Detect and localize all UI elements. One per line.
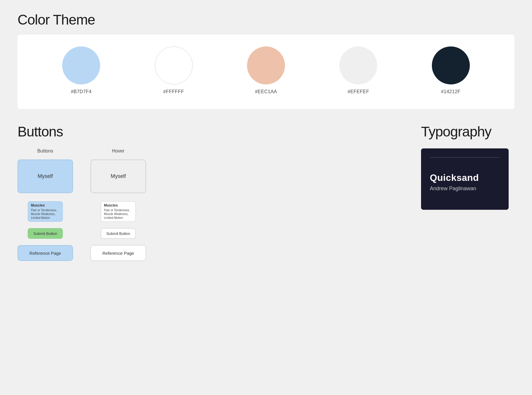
muscles-button-normal[interactable]: Muscles Pain or Tenderness, Muscle Weakn… <box>28 201 63 222</box>
normal-column: Buttons Myself Muscles Pain or Tendernes… <box>18 148 73 261</box>
color-swatch-1: #B7D7F4 <box>62 46 100 94</box>
color-circle-2 <box>155 46 193 84</box>
color-label-5: #14212F <box>441 89 460 94</box>
myself-button-normal[interactable]: Myself <box>18 160 73 193</box>
reference-button-hover[interactable]: Reference Page <box>91 245 146 261</box>
color-label-3: #EEC1AA <box>255 89 277 94</box>
typography-author: Andrew Paglinawan <box>430 186 500 192</box>
typography-section: Typography Quicksand Andrew Paglinawan <box>404 124 514 261</box>
color-label-1: #B7D7F4 <box>71 89 92 94</box>
color-swatch-4: #EFEFEF <box>339 46 377 94</box>
color-label-4: #EFEFEF <box>347 89 369 94</box>
typography-font-name: Quicksand <box>430 172 500 183</box>
bottom-row: Buttons Buttons Myself Muscles Pain or T… <box>18 124 514 261</box>
normal-column-label: Buttons <box>37 148 53 154</box>
myself-button-hover[interactable]: Myself <box>91 160 146 193</box>
color-circle-5 <box>432 46 470 84</box>
color-circle-3 <box>247 46 285 84</box>
color-label-2: #FFFFFF <box>163 89 184 94</box>
submit-button-hover[interactable]: Submit Button <box>101 228 136 239</box>
color-theme-title: Color Theme <box>18 12 514 28</box>
muscles-title-normal: Muscles <box>31 203 60 207</box>
buttons-title: Buttons <box>18 124 404 140</box>
submit-button-normal[interactable]: Submit Button <box>28 228 63 239</box>
hover-column: Hover Myself Muscles Pain or Tenderness,… <box>91 148 146 261</box>
color-circle-1 <box>62 46 100 84</box>
color-swatch-2: #FFFFFF <box>155 46 193 94</box>
buttons-columns: Buttons Myself Muscles Pain or Tendernes… <box>18 148 404 261</box>
buttons-section: Buttons Buttons Myself Muscles Pain or T… <box>18 124 404 261</box>
muscles-subtitle-normal: Pain or Tenderness, Muscle Weakness, Lim… <box>31 208 60 220</box>
color-circle-4 <box>339 46 377 84</box>
muscles-button-hover[interactable]: Muscles Pain or Tenderness, Muscle Weakn… <box>101 201 136 222</box>
typography-card: Quicksand Andrew Paglinawan <box>421 148 509 210</box>
reference-button-normal[interactable]: Reference Page <box>18 245 73 261</box>
typography-title: Typography <box>421 124 514 140</box>
color-swatch-3: #EEC1AA <box>247 46 285 94</box>
color-theme-card: #B7D7F4 #FFFFFF #EEC1AA #EFEFEF #14212F <box>18 35 514 109</box>
muscles-subtitle-hover: Pain or Tenderness, Muscle Weakness, Lim… <box>104 208 133 220</box>
muscles-title-hover: Muscles <box>104 203 133 207</box>
color-swatch-5: #14212F <box>432 46 470 94</box>
hover-column-label: Hover <box>112 148 125 154</box>
